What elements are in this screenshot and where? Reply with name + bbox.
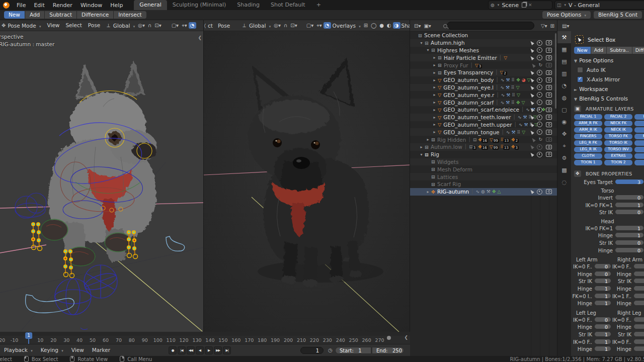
disclosure-icon[interactable]: ▸ xyxy=(432,130,437,134)
torso-ik-0-fk-1-field[interactable]: 1 xyxy=(615,202,644,208)
selectable-cursor-icon[interactable] xyxy=(529,122,534,127)
gizmo-dropdown-icon[interactable]: ⌖▾ xyxy=(180,23,189,29)
outliner-row-rig-hidden[interactable]: ▸⊟Rig Hidden│⊟✥16▽99⠿13✥2↻ xyxy=(410,136,557,143)
outliner-row-geo-autumn-body[interactable]: ▸▽GEO_autumn_body│∿⚒⠿✥◕▽ xyxy=(410,76,557,84)
view-layer-selector[interactable]: ◫▾ V - General xyxy=(554,1,644,10)
pose-options-button[interactable]: Pose Options ▾ xyxy=(542,11,591,19)
add-mode-button[interactable]: Add xyxy=(25,11,44,19)
object-types-dropdown-icon[interactable]: ▢▾ xyxy=(170,23,180,28)
menu-render[interactable]: Render xyxy=(49,2,76,9)
selectable-cursor-icon[interactable] xyxy=(529,93,534,98)
current-frame-field[interactable]: 1 xyxy=(300,347,324,354)
layer-button-facial-2[interactable]: FACIAL 2 xyxy=(604,114,632,120)
display-mode-icon[interactable]: ▣▾ xyxy=(422,23,432,29)
timeline-menu-view[interactable]: View xyxy=(67,347,88,353)
refresh-icon[interactable]: ↻ xyxy=(538,137,542,142)
disable-render-camera-icon[interactable] xyxy=(546,122,552,127)
hide-eye-icon[interactable] xyxy=(537,40,542,46)
left-field[interactable]: 0 xyxy=(594,271,611,277)
left-field[interactable]: 1 xyxy=(594,278,611,284)
right-field[interactable] xyxy=(633,324,644,329)
shading-material-icon[interactable]: ◐ xyxy=(385,22,393,29)
hide-eye-icon[interactable] xyxy=(537,70,542,75)
auto-ik-checkbox[interactable] xyxy=(577,67,583,73)
properties-tab-tool[interactable]: ⚒ xyxy=(557,31,571,43)
outliner-row-rig[interactable]: ▾⊟Rig xyxy=(410,151,557,158)
properties-tab-bone-constraint[interactable]: ⚙ xyxy=(557,152,571,164)
left-field[interactable]: 1 xyxy=(594,300,611,306)
layer-button-torso-ik[interactable]: TORSO IK xyxy=(604,140,632,146)
clipped-select-menu[interactable]: ct xyxy=(206,23,215,29)
outliner-row-geo-autumn-teeth-lower[interactable]: ▸▽GEO_autumn_teeth.lower│∿⚒⠿▽ xyxy=(410,114,557,121)
outliner-row-scarf-rig[interactable]: ⊟Scarf Rig xyxy=(410,180,557,188)
disclosure-icon[interactable]: ▸ xyxy=(419,145,424,149)
selectable-cursor-icon[interactable] xyxy=(529,107,534,112)
torso-str-ik-field[interactable]: 0 xyxy=(615,209,644,215)
left-field[interactable]: 0 xyxy=(594,317,611,322)
viewport-menu-select[interactable]: Select xyxy=(62,22,85,28)
right-field[interactable] xyxy=(633,271,644,277)
pose-menu[interactable]: Pose xyxy=(215,23,233,29)
jump-start-button[interactable]: |◀ xyxy=(178,346,186,354)
outliner-editor-icon[interactable]: ⊟▾ xyxy=(413,23,422,29)
outliner-row-scene-collection[interactable]: ⊟Scene Collection xyxy=(410,32,557,39)
hide-eye-icon[interactable] xyxy=(537,144,542,150)
outliner-row-autumn-high[interactable]: ▾⊟Autumn.high xyxy=(410,39,557,47)
outliner-search-input[interactable] xyxy=(447,22,534,30)
outliner-row-highres-meshes[interactable]: ▾⊟Highres Meshes xyxy=(410,47,557,54)
properties-tab-view-layer[interactable]: ▥ xyxy=(557,67,571,79)
disable-render-camera-icon[interactable] xyxy=(546,40,552,45)
layer-button-facia[interactable]: FACIA xyxy=(634,114,644,120)
selectable-cursor-icon[interactable] xyxy=(529,189,534,194)
mode-dropdown[interactable]: Pose Mode ▾ xyxy=(7,23,44,29)
panel-workspace[interactable]: ►Workspace xyxy=(574,86,644,92)
x-axis-mirror-checkbox[interactable] xyxy=(577,76,583,82)
hide-eye-icon[interactable] xyxy=(537,107,542,113)
outliner-row-geo-autumn-eye-r[interactable]: ▸▽GEO_autumn_eye.r│∿⚒⠿▽ xyxy=(410,91,557,99)
disclosure-icon[interactable]: ▸ xyxy=(432,108,437,112)
snap-magnet-icon[interactable]: ∩ xyxy=(146,23,153,28)
properties-tab-texture[interactable]: ▩ xyxy=(557,164,571,176)
disable-render-camera-icon[interactable] xyxy=(546,115,552,120)
outliner-row-geo-autumn-scarf[interactable]: ▸▽GEO_autumn_scarf│∿⚒⠿✥▽ xyxy=(410,99,557,106)
properties-editor-icon[interactable]: ▤▾ xyxy=(560,23,571,29)
disclosure-icon[interactable]: ▸ xyxy=(432,55,437,60)
left-field[interactable]: 0 xyxy=(594,263,611,269)
menu-help[interactable]: Help xyxy=(106,2,127,9)
new-mode-button[interactable]: New xyxy=(574,47,591,54)
viewport-3d-wireframe[interactable]: r Perspective RIG-autumn : master ❮ xyxy=(0,31,204,332)
disable-render-camera-icon[interactable] xyxy=(546,100,552,105)
layer-button-torso-inv[interactable]: TORSO INV xyxy=(604,147,632,152)
properties-tab-output[interactable]: ▤ xyxy=(557,55,571,67)
layer-button-leg-r-fk[interactable]: LEG_R FK xyxy=(574,140,602,146)
scene-selector[interactable]: ◍▾ Scene ✕ xyxy=(488,1,552,10)
snap-dropdown-icon[interactable]: ⊡▾ xyxy=(289,23,298,28)
eyes-target-field[interactable]: 3 xyxy=(615,179,644,185)
layer-button-toon-2[interactable]: TOON 2 xyxy=(604,160,632,165)
tab-shot-default[interactable]: Shot Default xyxy=(265,0,311,10)
right-field[interactable] xyxy=(633,339,644,344)
subtract-mode-button[interactable]: Subtract xyxy=(45,11,76,19)
disable-render-camera-icon[interactable] xyxy=(546,189,552,194)
new-scene-icon[interactable] xyxy=(522,3,526,8)
blenrig-button[interactable]: BlenRig 5 Cont xyxy=(594,11,642,19)
layer-button-arm-r-fk[interactable]: ARM_R FK xyxy=(574,121,602,126)
tab-[interactable]: + xyxy=(311,0,327,10)
xray-toggle-icon[interactable]: ⊞ xyxy=(362,23,369,28)
x-axis-mirror[interactable]: X-Axis Mirror xyxy=(577,76,644,82)
orientation-dropdown[interactable]: Global ▾ xyxy=(248,23,272,29)
right-field[interactable] xyxy=(633,300,644,306)
outliner-row-proxy-fur[interactable]: ▸⊟Proxy Fur│▽3↻ xyxy=(410,61,557,69)
disable-render-camera-icon[interactable] xyxy=(546,55,552,60)
record-button[interactable]: ● xyxy=(169,346,177,354)
selectable-cursor-icon[interactable] xyxy=(529,152,534,157)
new-mode-button[interactable]: New xyxy=(4,11,25,19)
disclosure-icon[interactable]: ▸ xyxy=(432,115,437,120)
properties-tab-world[interactable]: ◍ xyxy=(557,92,571,104)
tab-general[interactable]: General xyxy=(134,0,167,10)
hide-eye-icon[interactable] xyxy=(537,77,542,83)
viewport-3d-rendered[interactable] xyxy=(204,31,410,332)
next-key-button[interactable]: ▶▶ xyxy=(214,346,222,354)
tab-shading[interactable]: Shading xyxy=(231,0,265,10)
selectable-cursor-icon[interactable] xyxy=(529,55,534,60)
